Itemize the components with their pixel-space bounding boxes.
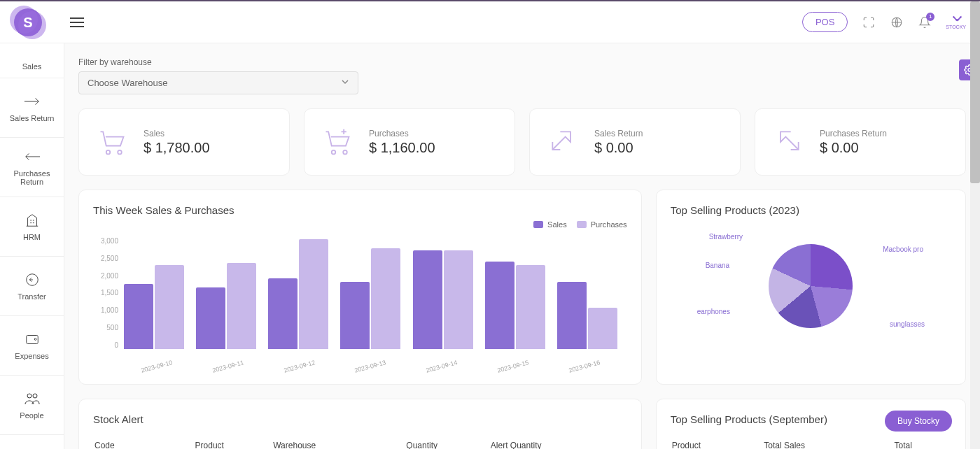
- sidebar-item-sales[interactable]: Sales: [0, 43, 64, 78]
- week-chart-card: This Week Sales & Purchases Sales Purcha…: [78, 190, 642, 385]
- sidebar-label: Expenses: [15, 352, 48, 360]
- transfer-icon: [24, 271, 41, 288]
- sidebar-item-sales-return[interactable]: Sales Return: [0, 78, 64, 138]
- buy-stocky-button[interactable]: Buy Stocky: [885, 411, 952, 432]
- sidebar: Sales Sales Return Purchases Return HRM …: [0, 43, 64, 449]
- pos-button[interactable]: POS: [802, 12, 848, 32]
- svg-point-8: [332, 150, 336, 155]
- main-content: Filter by warehouse Choose Warehouse Sal…: [64, 43, 980, 449]
- arrow-out-icon: [545, 124, 580, 159]
- cart-icon: [94, 124, 130, 159]
- sidebar-label: Purchases Return: [3, 169, 61, 186]
- svg-point-5: [33, 394, 37, 398]
- people-icon: [24, 390, 41, 407]
- svg-point-9: [343, 150, 347, 155]
- warehouse-select[interactable]: Choose Warehouse: [78, 71, 358, 94]
- sidebar-label: HRM: [23, 233, 41, 241]
- svg-point-6: [106, 150, 111, 155]
- logo[interactable]: S: [14, 8, 42, 36]
- chevron-down-icon: [341, 78, 349, 88]
- stat-card: Sales$ 1,780.00: [78, 108, 290, 176]
- sidebar-label: People: [20, 411, 43, 420]
- menu-toggle-icon[interactable]: [70, 17, 84, 27]
- notification-badge: 1: [926, 13, 934, 21]
- sidebar-label: Sales Return: [10, 114, 55, 122]
- wallet-icon: [24, 331, 41, 348]
- svg-point-7: [118, 150, 122, 155]
- sidebar-item-purchases-return[interactable]: Purchases Return: [0, 138, 64, 197]
- card-title: This Week Sales & Purchases: [93, 204, 627, 216]
- brand-mini-icon[interactable]: STOCKY: [946, 15, 966, 29]
- building-icon: [24, 212, 41, 229]
- arrow-left-icon: [24, 148, 41, 165]
- cart-plus-icon: [320, 124, 355, 159]
- card-title: Stock Alert: [93, 413, 627, 425]
- stat-card: Purchases$ 1,160.00: [304, 108, 515, 176]
- arrow-in-icon: [771, 124, 806, 159]
- chart-legend: Sales Purchases: [533, 220, 627, 229]
- stat-card: Purchases Return$ 0.00: [755, 108, 966, 176]
- card-title: Top Selling Products (2023): [671, 204, 951, 216]
- arrow-right-icon: [24, 93, 41, 110]
- svg-point-4: [27, 394, 31, 398]
- pie-card: Top Selling Products (2023) Strawberry M…: [656, 190, 966, 385]
- sidebar-item-people[interactable]: People: [0, 376, 64, 435]
- fullscreen-icon[interactable]: [862, 15, 876, 29]
- sidebar-item-hrm[interactable]: HRM: [0, 197, 64, 257]
- header: S POS 1 STOCKY: [0, 1, 980, 43]
- globe-icon[interactable]: [890, 15, 904, 29]
- stat-card: Sales Return$ 0.00: [529, 108, 741, 176]
- filter-label: Filter by warehouse: [78, 57, 966, 67]
- sidebar-item-expenses[interactable]: Expenses: [0, 316, 64, 376]
- stock-alert-card: Stock Alert Code Product Warehouse Quant…: [78, 399, 642, 449]
- scrollbar[interactable]: [970, 1, 980, 449]
- svg-point-3: [34, 338, 36, 341]
- bell-icon[interactable]: 1: [918, 15, 932, 29]
- sidebar-item-transfer[interactable]: Transfer: [0, 257, 64, 316]
- sidebar-label: Sales: [22, 62, 42, 71]
- pie-chart: [769, 244, 853, 328]
- sidebar-label: Transfer: [18, 292, 46, 301]
